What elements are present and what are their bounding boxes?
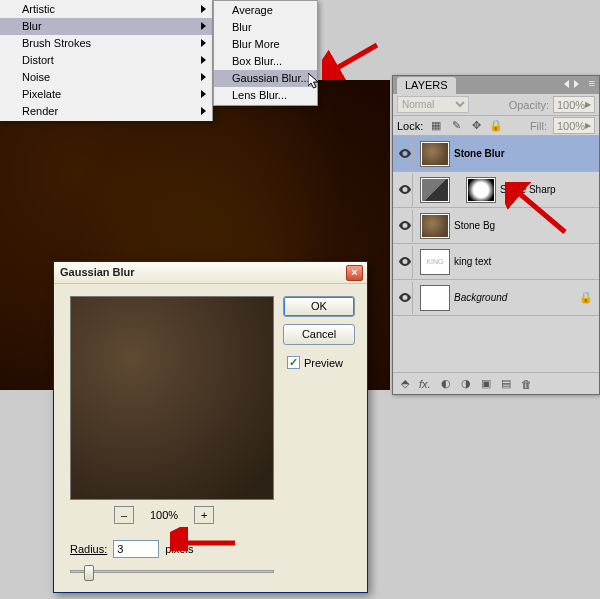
menu-item-pixelate[interactable]: Pixelate (0, 86, 212, 103)
zoom-out-button[interactable]: – (114, 506, 134, 524)
layer-thumbnail[interactable] (420, 285, 450, 311)
button-label: OK (311, 300, 327, 312)
visibility-toggle[interactable] (397, 138, 413, 170)
menu-item-label: Artistic (22, 3, 55, 15)
layer-name[interactable]: Background (454, 292, 507, 303)
dialog-preview-thumbnail[interactable] (70, 296, 274, 500)
submenu-item-label: Blur (232, 21, 252, 33)
layer-name[interactable]: Stone Blur (454, 148, 505, 159)
visibility-toggle[interactable] (397, 246, 413, 278)
lock-icon: 🔒 (579, 291, 593, 304)
panel-collapse-left-icon[interactable] (564, 80, 569, 88)
cancel-button[interactable]: Cancel (283, 324, 355, 345)
menu-item-label: Pixelate (22, 88, 61, 100)
minus-icon: – (121, 509, 127, 521)
adjustment-layer-icon[interactable]: ◑ (461, 377, 471, 390)
eye-icon (399, 149, 411, 158)
eye-icon (399, 293, 411, 302)
zoom-in-button[interactable]: + (194, 506, 214, 524)
submenu-item-box-blur[interactable]: Box Blur... (214, 53, 317, 70)
layer-thumbnail[interactable] (420, 213, 450, 239)
layer-row-stone-blur[interactable]: Stone Blur (393, 136, 599, 172)
link-layers-icon[interactable]: ⬘ (401, 377, 409, 390)
menu-item-artistic[interactable]: Artistic (0, 1, 212, 18)
group-icon[interactable]: ▣ (481, 377, 491, 390)
opacity-input[interactable]: 100% ▶ (553, 96, 595, 113)
menu-item-blur[interactable]: Blur (0, 18, 212, 35)
slider-thumb[interactable] (84, 565, 94, 581)
radius-label: Radius: (70, 543, 107, 555)
submenu-item-blur-more[interactable]: Blur More (214, 36, 317, 53)
visibility-toggle[interactable] (397, 174, 413, 206)
menu-item-distort[interactable]: Distort (0, 52, 212, 69)
annotation-arrow-gaussian-blur (322, 40, 382, 80)
submenu-item-blur[interactable]: Blur (214, 19, 317, 36)
ok-button[interactable]: OK (283, 296, 355, 317)
zoom-percentage: 100% (150, 509, 178, 521)
submenu-indicator-icon (201, 73, 206, 81)
submenu-item-label: Blur More (232, 38, 280, 50)
panel-menu-icon[interactable]: ≡ (589, 77, 595, 89)
submenu-indicator-icon (201, 39, 206, 47)
layer-mask-thumbnail[interactable] (466, 177, 496, 203)
layer-name[interactable]: king text (454, 256, 491, 267)
slider-track (70, 570, 274, 573)
tab-label: LAYERS (405, 79, 448, 91)
menu-item-label: Distort (22, 54, 54, 66)
lock-transparency-icon[interactable]: ▦ (429, 119, 443, 133)
layer-thumbnail[interactable]: KING (420, 249, 450, 275)
button-label: Cancel (302, 328, 336, 340)
menu-item-label: Blur (22, 20, 42, 32)
filter-menu: Artistic Blur Brush Strokes Distort Nois… (0, 0, 213, 121)
mouse-cursor-icon (308, 73, 320, 91)
submenu-indicator-icon (201, 56, 206, 64)
submenu-item-label: Average (232, 4, 273, 16)
check-icon: ✓ (289, 356, 298, 368)
menu-item-label: Brush Strokes (22, 37, 91, 49)
submenu-item-average[interactable]: Average (214, 2, 317, 19)
annotation-arrow-radius (170, 527, 240, 551)
menu-item-noise[interactable]: Noise (0, 69, 212, 86)
add-mask-icon[interactable]: ◐ (441, 377, 451, 390)
submenu-item-label: Box Blur... (232, 55, 282, 67)
dialog-close-button[interactable]: × (346, 265, 363, 281)
dialog-title: Gaussian Blur (60, 266, 135, 278)
menu-item-label: Noise (22, 71, 50, 83)
panel-tab-row: LAYERS ≡ (393, 76, 599, 94)
menu-item-brush-strokes[interactable]: Brush Strokes (0, 35, 212, 52)
preview-checkbox-label: Preview (304, 357, 343, 369)
new-layer-icon[interactable]: ▤ (501, 377, 511, 390)
radius-slider[interactable] (70, 562, 274, 582)
submenu-indicator-icon (201, 107, 206, 115)
dialog-titlebar[interactable]: Gaussian Blur × (54, 262, 367, 284)
lock-pixels-icon[interactable]: ✎ (449, 119, 463, 133)
opacity-label: Opacity: (509, 99, 549, 111)
lock-position-icon[interactable]: ✥ (469, 119, 483, 133)
layers-tab[interactable]: LAYERS (397, 77, 456, 94)
visibility-toggle[interactable] (397, 210, 413, 242)
fill-input[interactable]: 100% ▶ (553, 117, 595, 134)
close-icon: × (351, 266, 357, 278)
panel-collapse-right-icon[interactable] (574, 80, 579, 88)
submenu-item-label: Gaussian Blur... (232, 72, 310, 84)
preview-checkbox[interactable]: ✓ (287, 356, 300, 369)
layer-row-background[interactable]: Background 🔒 (393, 280, 599, 316)
blend-mode-select[interactable]: Normal (397, 96, 469, 113)
layer-row-king-text[interactable]: KING king text (393, 244, 599, 280)
layer-thumbnail[interactable] (420, 177, 450, 203)
layer-thumbnail[interactable] (420, 141, 450, 167)
submenu-item-gaussian-blur[interactable]: Gaussian Blur... (214, 70, 317, 87)
submenu-item-lens-blur[interactable]: Lens Blur... (214, 87, 317, 104)
lock-all-icon[interactable]: 🔒 (489, 119, 503, 133)
fx-icon[interactable]: fx. (419, 378, 431, 390)
blur-submenu: Average Blur Blur More Box Blur... Gauss… (213, 0, 318, 106)
eye-icon (399, 185, 411, 194)
submenu-indicator-icon (201, 22, 206, 30)
menu-item-render[interactable]: Render (0, 103, 212, 120)
trash-icon[interactable]: 🗑 (521, 378, 532, 390)
visibility-toggle[interactable] (397, 282, 413, 314)
layer-name[interactable]: Stone Bg (454, 220, 495, 231)
radius-input[interactable] (113, 540, 159, 558)
fill-value: 100% (557, 120, 585, 132)
plus-icon: + (201, 509, 207, 521)
